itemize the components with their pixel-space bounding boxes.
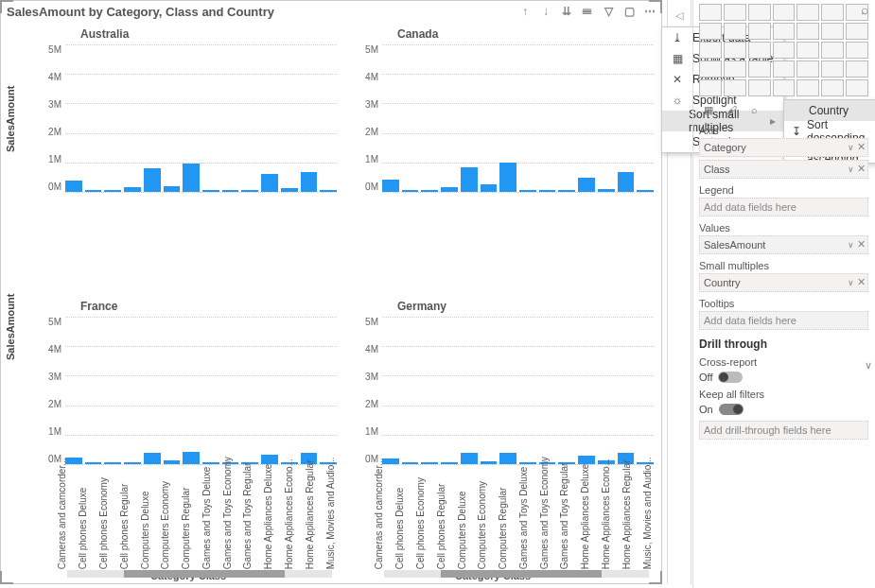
- bar[interactable]: [301, 172, 318, 192]
- axis-well-class[interactable]: Class ∨ ✕: [699, 160, 868, 179]
- viz-gallery-item[interactable]: [699, 42, 722, 59]
- bar[interactable]: [164, 186, 181, 192]
- viz-gallery-item[interactable]: [796, 61, 819, 78]
- h-scrollbar-left-thumb[interactable]: [124, 570, 285, 578]
- bar[interactable]: [65, 181, 82, 192]
- bar[interactable]: [104, 190, 121, 192]
- fields-pane[interactable]: ⌕ ▦ 🖌 ⌕ Axis Category ∨ ✕ Class ∨ ✕ Lege…: [692, 0, 874, 588]
- bar[interactable]: [382, 180, 399, 192]
- viz-gallery-item[interactable]: [821, 42, 844, 59]
- chevron-down-icon[interactable]: ∨: [848, 240, 854, 250]
- viz-gallery-item[interactable]: [724, 23, 746, 40]
- viz-gallery-item[interactable]: [773, 23, 796, 40]
- values-well-salesamount[interactable]: SalesAmount ∨ ✕: [699, 235, 868, 254]
- bar[interactable]: [618, 172, 635, 192]
- viz-gallery-item[interactable]: [724, 61, 746, 78]
- cross-report-toggle[interactable]: Off: [699, 372, 868, 383]
- bar[interactable]: [441, 187, 458, 192]
- remove-field-icon[interactable]: ✕: [857, 163, 866, 175]
- chevron-down-icon[interactable]: ∨: [848, 143, 854, 152]
- viz-gallery-item[interactable]: [821, 79, 844, 96]
- small-multiples-well-country[interactable]: Country ∨ ✕: [699, 273, 868, 292]
- viz-gallery-item[interactable]: [773, 79, 796, 96]
- bar[interactable]: [241, 190, 258, 192]
- drillthrough-placeholder: Add drill-through fields here: [704, 424, 831, 436]
- viz-gallery-item[interactable]: [796, 79, 819, 96]
- bar[interactable]: [481, 184, 498, 192]
- filter-icon[interactable]: ▽: [601, 4, 616, 19]
- bar[interactable]: [320, 190, 337, 192]
- bar[interactable]: [222, 190, 239, 192]
- more-options-icon[interactable]: ⋯: [642, 4, 657, 19]
- viz-gallery-item[interactable]: [796, 4, 819, 21]
- chevron-down-icon[interactable]: ∨: [848, 164, 854, 174]
- viz-gallery-item[interactable]: [796, 42, 819, 59]
- bar[interactable]: [539, 190, 556, 192]
- viz-gallery-item[interactable]: [846, 23, 868, 40]
- viz-gallery-item[interactable]: [748, 23, 771, 40]
- chevron-down-icon[interactable]: ∨: [848, 278, 854, 287]
- drill-down-icon[interactable]: ↓: [538, 4, 553, 19]
- hierarchy-icon[interactable]: ⩸: [580, 4, 595, 19]
- drillthrough-well[interactable]: Add drill-through fields here: [699, 421, 868, 440]
- viz-gallery-item[interactable]: [846, 42, 868, 59]
- viz-gallery-item[interactable]: [773, 42, 796, 59]
- bar[interactable]: [402, 190, 419, 192]
- viz-gallery-item[interactable]: [699, 79, 722, 96]
- viz-gallery-item[interactable]: [846, 79, 868, 96]
- bar[interactable]: [144, 168, 161, 192]
- viz-gallery-item[interactable]: [699, 61, 722, 78]
- bar[interactable]: [461, 167, 478, 192]
- bar[interactable]: [202, 190, 219, 192]
- chart-visual[interactable]: SalesAmount by Category, Class and Count…: [0, 0, 662, 584]
- viz-gallery-item[interactable]: [748, 42, 771, 59]
- bar[interactable]: [637, 190, 654, 192]
- remove-field-icon[interactable]: ✕: [857, 238, 866, 251]
- viz-gallery-item[interactable]: [748, 79, 771, 96]
- bar[interactable]: [261, 174, 278, 192]
- focus-icon[interactable]: ▢: [621, 4, 637, 19]
- viz-gallery[interactable]: [699, 4, 868, 96]
- remove-field-icon[interactable]: ✕: [857, 141, 866, 153]
- bar[interactable]: [519, 190, 536, 192]
- viz-gallery-item[interactable]: [846, 61, 868, 78]
- viz-gallery-item[interactable]: [821, 23, 844, 40]
- viz-gallery-item[interactable]: [724, 79, 746, 96]
- y-ticks: 5M4M3M2M1M0M: [354, 317, 378, 464]
- keep-filters-toggle[interactable]: On: [699, 404, 868, 415]
- axis-well-category[interactable]: Category ∨ ✕: [699, 138, 868, 157]
- bar[interactable]: [421, 190, 438, 192]
- viz-gallery-item[interactable]: [821, 4, 844, 21]
- bar[interactable]: [183, 164, 200, 192]
- bar[interactable]: [281, 188, 298, 192]
- legend-well[interactable]: Add data fields here: [699, 198, 868, 216]
- viz-gallery-item[interactable]: [699, 23, 722, 40]
- viz-gallery-item[interactable]: [748, 61, 771, 78]
- search-icon[interactable]: ⌕: [855, 0, 874, 19]
- pane-caret-icon[interactable]: ∨: [865, 359, 872, 372]
- viz-gallery-item[interactable]: [796, 23, 819, 40]
- analytics-tab-icon[interactable]: ⌕: [746, 102, 761, 117]
- bar[interactable]: [499, 163, 516, 192]
- viz-gallery-item[interactable]: [748, 4, 771, 21]
- viz-gallery-item[interactable]: [773, 61, 796, 78]
- format-tab-icon[interactable]: 🖌: [724, 102, 739, 117]
- bar[interactable]: [598, 189, 615, 192]
- drill-expand-icon[interactable]: ⇊: [559, 4, 574, 19]
- drill-up-icon[interactable]: ↑: [517, 4, 533, 19]
- bar[interactable]: [558, 190, 575, 192]
- bar[interactable]: [124, 187, 141, 192]
- viz-gallery-item[interactable]: [821, 61, 844, 78]
- h-scrollbar-right-thumb[interactable]: [441, 570, 602, 578]
- bar[interactable]: [578, 178, 595, 192]
- tooltips-well[interactable]: Add data fields here: [699, 311, 868, 330]
- viz-gallery-item[interactable]: [724, 4, 746, 21]
- h-scrollbar-right[interactable]: [384, 570, 649, 578]
- bar[interactable]: [85, 190, 102, 192]
- h-scrollbar-left[interactable]: [67, 570, 332, 578]
- fields-tab-icon[interactable]: ▦: [701, 102, 716, 117]
- viz-gallery-item[interactable]: [773, 4, 796, 21]
- remove-field-icon[interactable]: ✕: [857, 276, 866, 288]
- viz-gallery-item[interactable]: [699, 4, 722, 21]
- viz-gallery-item[interactable]: [724, 42, 746, 59]
